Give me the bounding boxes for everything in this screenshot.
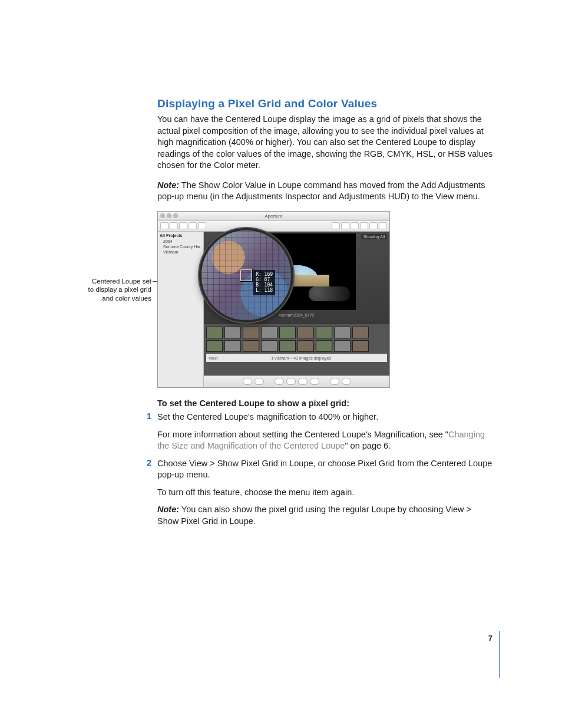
step-list: Set the Centered Loupe's magnification t… [157, 411, 493, 528]
note-paragraph-2: Note: You can also show the pixel grid u… [157, 504, 493, 527]
instruction-heading: To set the Centered Loupe to show a pixe… [157, 398, 493, 408]
app-screenshot: Aperture [157, 211, 390, 388]
loupe-color-readout: R: 169 G: 67 B: 104 L: 118 [253, 270, 275, 295]
intro-paragraph: You can have the Centered Loupe display … [157, 114, 493, 172]
toolbar-button [189, 222, 197, 229]
note-text: The Show Color Value in Loupe command ha… [157, 180, 485, 202]
readout-b: B: 104 [256, 282, 273, 288]
sidebar-item: Sonoma County Har [160, 244, 201, 249]
toolbar-button [379, 222, 387, 229]
window-title: Aperture [265, 213, 283, 219]
toolbar-button [160, 222, 168, 229]
document-page: Displaying a Pixel Grid and Color Values… [0, 0, 562, 728]
page-number: 7 [488, 634, 492, 643]
section-heading: Displaying a Pixel Grid and Color Values [157, 97, 493, 110]
toolbar-button [179, 222, 187, 229]
step-1: Set the Centered Loupe's magnification t… [157, 411, 493, 452]
readout-g: G: 67 [256, 277, 273, 282]
toolbar-button [198, 222, 206, 229]
readout-l: L: 118 [256, 288, 273, 293]
step-2-off: To turn off this feature, choose the men… [157, 487, 493, 499]
filmstrip-status: Vault 1 vietnam – 43 images displayed [206, 354, 387, 362]
viewer-badge: Showing All [361, 234, 387, 239]
bottom-control-bar [204, 375, 389, 387]
note-label: Note: [157, 505, 179, 514]
page-margin-rule [499, 631, 500, 678]
xref-post: " on page 6. [345, 441, 391, 450]
loupe-target-box [240, 269, 252, 281]
toolbar-button [332, 222, 340, 229]
xref-pre: For more information about setting the C… [157, 430, 448, 439]
toolbar-button [369, 222, 378, 229]
figure-callout: Centered Loupe set to display a pixel gr… [87, 277, 151, 302]
readout-r: R: 169 [256, 272, 273, 277]
note-label: Note: [157, 180, 179, 190]
status-left: Vault [209, 356, 217, 360]
note-paragraph-1: Note: The Show Color Value in Loupe comm… [157, 180, 493, 203]
step-1-text: Set the Centered Loupe's magnification t… [157, 411, 493, 423]
sidebar-item: 2004 [160, 239, 201, 244]
toolbar-button [360, 222, 368, 229]
content-column: Displaying a Pixel Grid and Color Values… [157, 97, 493, 533]
step-1-more: For more information about setting the C… [157, 429, 493, 452]
window-traffic-lights [160, 213, 178, 218]
status-center: 1 vietnam – 43 images displayed [271, 356, 331, 360]
sidebar-header: All Projects [160, 233, 201, 238]
figure: Centered Loupe set to display a pixel gr… [157, 211, 493, 388]
app-toolbar [158, 221, 389, 232]
window-titlebar: Aperture [158, 212, 389, 221]
centered-loupe: R: 169 G: 67 B: 104 L: 118 [199, 228, 293, 322]
note-text: You can also show the pixel grid using t… [157, 505, 471, 526]
step-2-text: Choose View > Show Pixel Grid in Loupe, … [157, 458, 493, 481]
toolbar-button [170, 222, 178, 229]
filmstrip: Vault 1 vietnam – 43 images displayed [204, 324, 389, 375]
step-2: Choose View > Show Pixel Grid in Loupe, … [157, 458, 493, 528]
toolbar-button [341, 222, 349, 229]
sidebar-item: Vietnam [160, 249, 201, 255]
toolbar-button [351, 222, 359, 229]
projects-sidebar: All Projects 2004 Sonoma County Har Viet… [158, 232, 204, 387]
